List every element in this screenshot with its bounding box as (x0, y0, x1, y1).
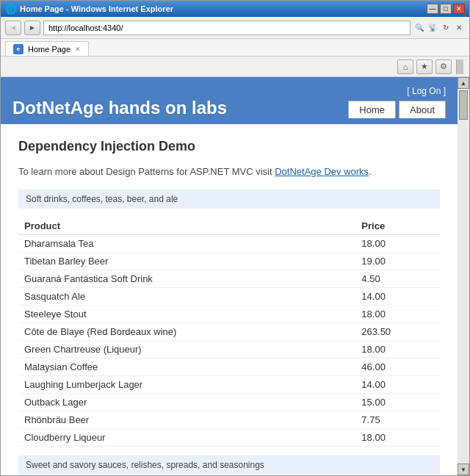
log-on-bracket-close: ] (441, 86, 446, 96)
cell-price: 14.00 (355, 287, 440, 305)
ie-toolbar: ⌂ ★ ⚙ (1, 57, 469, 77)
tools-toolbar-button[interactable]: ⚙ (435, 60, 452, 74)
tab-favicon: e (13, 44, 24, 54)
cell-product: Sasquatch Ale (18, 287, 355, 305)
table-row: Dharamsala Tea18.00 (18, 234, 440, 252)
address-icons: 🔍 📡 ↻ ✕ (413, 22, 465, 34)
cell-product: Outback Lager (18, 393, 355, 411)
rss-icon[interactable]: 📡 (427, 22, 438, 34)
cell-price: 4.50 (355, 270, 440, 287)
cell-product: Côte de Blaye (Red Bordeaux wine) (18, 322, 355, 340)
tab-bar: e Home Page ✕ (1, 39, 469, 57)
description-text: To learn more about Design Patterns for … (18, 166, 275, 177)
app-title: DotNetAge hands on labs (12, 98, 227, 118)
cell-price: 18.00 (355, 428, 440, 446)
home-toolbar-button[interactable]: ⌂ (397, 60, 413, 74)
table-row: Guaraná Fantástica Soft Drink4.50 (18, 270, 440, 287)
about-nav-button[interactable]: About (399, 101, 446, 118)
table-row: Malaysian Coffee46.00 (18, 358, 440, 375)
title-bar-left: 🌐 Home Page - Windows Internet Explorer (5, 3, 173, 15)
url-input[interactable] (43, 21, 411, 35)
top-info-bar: Soft drinks, coffees, teas, beer, and al… (18, 190, 440, 209)
browser-tab[interactable]: e Home Page ✕ (5, 41, 89, 56)
header-right: [ Log On ] Home About (348, 86, 446, 118)
cell-product: Cloudberry Liqueur (18, 428, 355, 446)
scrollbar[interactable]: ▲ ▼ (458, 77, 469, 475)
cell-product: Guaraná Fantástica Soft Drink (18, 270, 355, 287)
dev-works-link[interactable]: DotNetAge Dev works (275, 166, 369, 177)
table-row: Laughing Lumberjack Lager14.00 (18, 375, 440, 393)
table-row: Rhönbräu Beer7.75 (18, 411, 440, 428)
window-title: Home Page - Windows Internet Explorer (20, 4, 173, 13)
description: To learn more about Design Patterns for … (18, 165, 440, 179)
table-row: Green Chartreuse (Liqueur)18.00 (18, 340, 440, 358)
stop-icon[interactable]: ✕ (453, 22, 465, 34)
nav-buttons: Home About (348, 101, 446, 118)
table-row: Cloudberry Liqueur18.00 (18, 428, 440, 446)
scroll-up-button[interactable]: ▲ (458, 77, 469, 89)
refresh-icon[interactable]: ↻ (440, 22, 452, 34)
title-bar: 🌐 Home Page - Windows Internet Explorer … (1, 1, 469, 17)
forward-button[interactable]: ► (24, 21, 40, 35)
scroll-track-area[interactable] (458, 89, 469, 464)
app-header: DotNetAge hands on labs [ Log On ] Home … (1, 77, 458, 124)
table-row: Tibetan Barley Beer19.00 (18, 252, 440, 270)
log-on-bracket-open: [ (407, 86, 412, 96)
home-nav-button[interactable]: Home (348, 101, 396, 118)
tab-title: Home Page (28, 45, 70, 54)
tab-close-button[interactable]: ✕ (75, 46, 81, 53)
page-heading: Dependency Injection Demo (18, 139, 440, 154)
search-icon[interactable]: 🔍 (413, 22, 425, 34)
ie-logo: 🌐 (5, 3, 17, 15)
favorites-toolbar-button[interactable]: ★ (416, 60, 433, 74)
cell-product: Malaysian Coffee (18, 358, 355, 375)
col-header-product: Product (18, 217, 355, 235)
cell-product: Green Chartreuse (Liqueur) (18, 340, 355, 358)
log-on-link[interactable]: Log On (412, 86, 441, 96)
cell-product: Tibetan Barley Beer (18, 252, 355, 270)
scroll-thumb[interactable] (459, 90, 468, 120)
main-content: Dependency Injection Demo To learn more … (1, 124, 458, 475)
cell-price: 46.00 (355, 358, 440, 375)
cell-price: 263.50 (355, 322, 440, 340)
table-header-row: Product Price (18, 217, 440, 235)
product-table: Product Price Dharamsala Tea18.00Tibetan… (18, 217, 440, 447)
cell-price: 18.00 (355, 305, 440, 322)
browser-content: DotNetAge hands on labs [ Log On ] Home … (1, 77, 458, 475)
minimize-button[interactable]: — (427, 4, 438, 14)
description-suffix: . (369, 166, 372, 177)
bottom-info-bar: Sweet and savory sauces, relishes, sprea… (18, 455, 440, 475)
cell-product: Dharamsala Tea (18, 234, 355, 252)
back-button[interactable]: ◄ (5, 21, 21, 35)
cell-price: 19.00 (355, 252, 440, 270)
cell-product: Laughing Lumberjack Lager (18, 375, 355, 393)
cell-price: 14.00 (355, 375, 440, 393)
close-button[interactable]: ✕ (453, 4, 465, 14)
table-row: Steeleye Stout18.00 (18, 305, 440, 322)
cell-product: Rhönbräu Beer (18, 411, 355, 428)
page-area: DotNetAge hands on labs [ Log On ] Home … (1, 77, 469, 475)
address-bar: ◄ ► 🔍 📡 ↻ ✕ (1, 17, 469, 39)
cell-price: 7.75 (355, 411, 440, 428)
log-on-bar: [ Log On ] (407, 86, 446, 96)
maximize-button[interactable]: □ (440, 4, 452, 14)
browser-window: 🌐 Home Page - Windows Internet Explorer … (0, 0, 470, 476)
scroll-down-button[interactable]: ▼ (458, 464, 469, 475)
table-row: Côte de Blaye (Red Bordeaux wine)263.50 (18, 322, 440, 340)
table-row: Sasquatch Ale14.00 (18, 287, 440, 305)
col-header-price: Price (355, 217, 440, 235)
table-row: Outback Lager15.00 (18, 393, 440, 411)
cell-price: 18.00 (355, 340, 440, 358)
cell-product: Steeleye Stout (18, 305, 355, 322)
cell-price: 18.00 (355, 234, 440, 252)
cell-price: 15.00 (355, 393, 440, 411)
window-controls: — □ ✕ (427, 4, 465, 14)
